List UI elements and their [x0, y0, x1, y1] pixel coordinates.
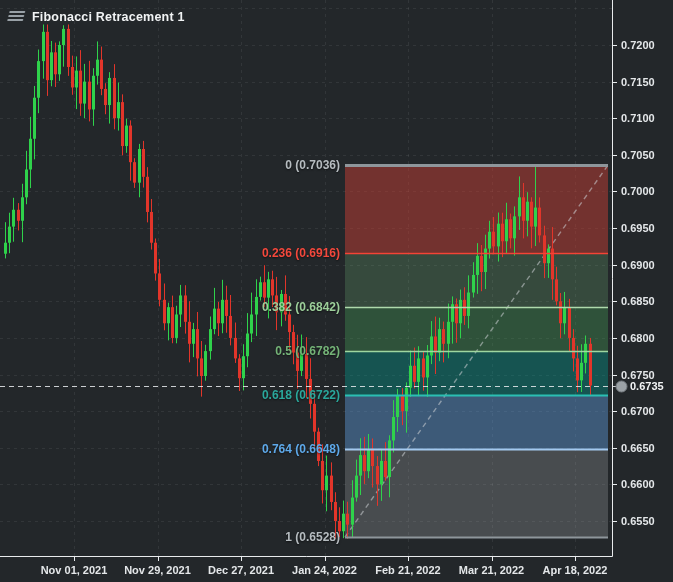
- fib-level-label[interactable]: 0.5 (0.6782): [275, 344, 340, 358]
- price-tick-label: 0.6850: [621, 295, 655, 307]
- price-tick-label: 0.7150: [621, 76, 655, 88]
- candlestick-chart-canvas[interactable]: [0, 0, 673, 582]
- current-price-label: 0.6735: [630, 380, 664, 392]
- time-tick-label: Jan 24, 2022: [280, 564, 370, 576]
- time-tick-label: Dec 27, 2021: [196, 564, 286, 576]
- price-axis[interactable]: 0.72000.71500.71000.70500.70000.69500.69…: [612, 0, 673, 556]
- price-tick-label: 0.6600: [621, 478, 655, 490]
- price-tick-label: 0.6550: [621, 515, 655, 527]
- time-tick-label: Nov 01, 2021: [29, 564, 119, 576]
- fib-level-label[interactable]: 0 (0.7036): [285, 158, 340, 172]
- time-tick-label: Nov 29, 2021: [113, 564, 203, 576]
- object-list-icon[interactable]: [7, 11, 26, 23]
- price-tick-label: 0.6650: [621, 442, 655, 454]
- time-axis[interactable]: Nov 01, 2021Nov 29, 2021Dec 27, 2021Jan …: [0, 556, 673, 582]
- price-tick-label: 0.6950: [621, 222, 655, 234]
- chart-object-header: Fibonacci Retracement 1: [8, 8, 185, 26]
- object-title: Fibonacci Retracement 1: [32, 10, 185, 24]
- time-tick-label: Apr 18, 2022: [530, 564, 620, 576]
- price-tick-label: 0.7100: [621, 112, 655, 124]
- price-tick-label: 0.7050: [621, 149, 655, 161]
- fib-level-label[interactable]: 0.618 (0.6722): [262, 388, 340, 402]
- fib-level-label[interactable]: 1 (0.6528): [285, 530, 340, 544]
- time-tick-label: Feb 21, 2022: [363, 564, 453, 576]
- price-tick-label: 0.6800: [621, 332, 655, 344]
- fib-level-label[interactable]: 0.764 (0.6648): [262, 442, 340, 456]
- price-tick-label: 0.6700: [621, 405, 655, 417]
- price-tick-label: 0.7200: [621, 39, 655, 51]
- time-tick-label: Mar 21, 2022: [447, 564, 537, 576]
- trading-chart-window: Fibonacci Retracement 1 0 (0.7036)0.236 …: [0, 0, 673, 582]
- fib-level-label[interactable]: 0.236 (0.6916): [262, 246, 340, 260]
- price-tick-label: 0.6900: [621, 259, 655, 271]
- price-tick-label: 0.7000: [621, 185, 655, 197]
- fib-level-label[interactable]: 0.382 (0.6842): [262, 300, 340, 314]
